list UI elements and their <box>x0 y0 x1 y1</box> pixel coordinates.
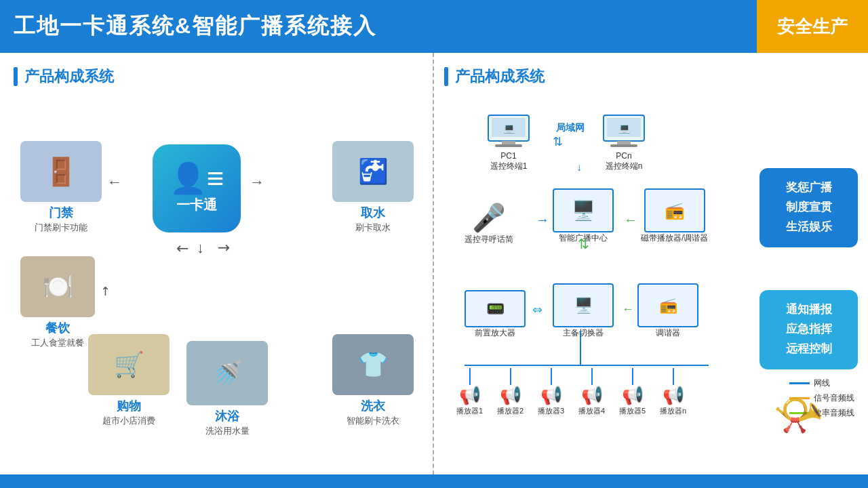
player2-label: 播放器2 <box>497 406 524 416</box>
footer <box>0 474 868 488</box>
legend-net-line <box>789 382 810 384</box>
center-card: 👤≡ 一卡通 <box>153 144 241 232</box>
arrow-center-down: ↓ <box>197 239 204 257</box>
menjin-box: 🚪 门禁 门禁刷卡功能 <box>20 141 102 234</box>
player5-line <box>632 368 633 385</box>
left-section-header: 产品构成系统 <box>14 66 419 87</box>
bath-box: 🚿 沐浴 洗浴用水量 <box>186 341 268 437</box>
svg-text:💻: 💻 <box>503 123 515 134</box>
pc1-device: 💻 PC1 遥控终端1 <box>485 114 532 172</box>
svg-text:💻: 💻 <box>618 123 631 134</box>
arrow-center-down-right: ↘ <box>212 237 233 258</box>
player1-device: 📢 播放器1 <box>456 368 483 416</box>
qushui-box: 🚰 取水 刷卡取水 <box>332 141 414 234</box>
arrow-center-qushui: → <box>250 174 264 191</box>
header: 工地一卡通系统&智能广播系统接入 安全生产 <box>0 0 868 53</box>
left-diagram: 🚪 门禁 门禁刷卡功能 ← 👤≡ 一卡通 → 🚰 取水 刷卡取水 <box>14 100 420 473</box>
line-players-h <box>465 365 709 366</box>
left-header-bar <box>14 67 18 86</box>
canteen-sublabel: 工人食堂就餐 <box>31 337 84 349</box>
player2-line <box>510 368 511 385</box>
header-badge: 安全生产 <box>757 0 868 53</box>
shopping-label: 购物 <box>117 398 141 414</box>
menjin-sublabel: 门禁刷卡功能 <box>35 222 87 234</box>
arrow-bc-vertical: ⇅ <box>578 236 589 252</box>
player4-device: 📢 播放器4 <box>578 368 605 416</box>
pc1-icon: 💻 <box>485 114 532 151</box>
main-switch-label: 主备切换器 <box>563 327 604 339</box>
right-section-header: 产品构成系统 <box>444 66 858 87</box>
playern-line <box>673 368 674 385</box>
laundry-sublabel: 智能刷卡洗衣 <box>347 415 399 427</box>
tape-player-icon: 📻 <box>644 188 705 232</box>
playern-device: 📢 播放器n <box>660 368 686 416</box>
tape-player-label: 磁带播放器/调谐器 <box>641 232 708 244</box>
left-panel: 产品构成系统 🚪 门禁 门禁刷卡功能 ← 👤≡ 一卡通 → <box>0 53 434 488</box>
player3-line <box>551 368 552 385</box>
shopping-sublabel: 超市小店消费 <box>102 415 155 427</box>
remote-mic-device: 🎤 遥控寻呼话简 <box>465 202 513 245</box>
arrow-center-down-left: ↙ <box>172 237 193 258</box>
arrow-tape-bc: ← <box>624 212 637 228</box>
qushui-sublabel: 刷卡取水 <box>355 222 391 234</box>
bath-sublabel: 洗浴用水量 <box>205 425 250 437</box>
player2-device: 📢 播放器2 <box>497 368 524 416</box>
player1-line <box>469 368 471 385</box>
player3-icon: 📢 <box>540 385 562 406</box>
player5-icon: 📢 <box>622 385 644 406</box>
pre-amp-icon: 📟 <box>465 290 526 327</box>
bath-image: 🚿 <box>186 341 268 405</box>
arrow-pc-bc: ↓ <box>576 161 582 174</box>
qushui-image: 🚰 <box>332 141 414 202</box>
svg-rect-8 <box>617 141 631 144</box>
remote-mic-label: 遥控寻呼话简 <box>465 234 513 245</box>
legend-net-label: 网线 <box>814 378 830 389</box>
broadcast-center-icon: 🖥️ <box>553 188 614 232</box>
left-section-title: 产品构成系统 <box>24 66 114 87</box>
menjin-label: 门禁 <box>49 205 73 221</box>
playern-label: 播放器n <box>660 406 686 416</box>
line-switch-players <box>580 331 581 365</box>
qushui-label: 取水 <box>361 205 385 221</box>
tuner-label: 调谐器 <box>656 327 680 339</box>
laundry-box: 👕 洗衣 智能刷卡洗衣 <box>332 334 414 427</box>
bath-label: 沐浴 <box>215 408 239 424</box>
tuner-icon: 📻 <box>637 283 698 327</box>
right-diagram: 💻 PC1 遥控终端1 局域网 ⇅ 💻 PCn 遥控终端n <box>444 100 858 480</box>
arrow-canteen-center: ↗ <box>96 282 114 300</box>
canteen-box: 🍽️ 餐饮 工人食堂就餐 <box>20 256 95 349</box>
shopping-box: 🛒 购物 超市小店消费 <box>88 334 170 427</box>
feature-box-2: 通知播报 应急指挥 远程控制 <box>760 290 858 369</box>
arrow-preamp-switch: ⇔ <box>532 302 542 317</box>
player4-label: 播放器4 <box>578 406 605 416</box>
player1-icon: 📢 <box>459 385 481 406</box>
pcn-device: 💻 PCn 遥控终端n <box>600 114 648 172</box>
pcn-icon: 💻 <box>600 114 648 151</box>
main-switch-icon: 🖥️ <box>553 283 614 327</box>
lan-label: 局域网 <box>556 122 585 134</box>
player3-device: 📢 播放器3 <box>538 368 564 416</box>
svg-rect-4 <box>495 144 522 147</box>
right-header-bar <box>444 67 448 86</box>
main-content: 产品构成系统 🚪 门禁 门禁刷卡功能 ← 👤≡ 一卡通 → <box>0 53 868 488</box>
remote-mic-icon: 🎤 <box>472 202 506 234</box>
laundry-image: 👕 <box>332 334 414 395</box>
laundry-label: 洗衣 <box>361 398 385 414</box>
right-section-title: 产品构成系统 <box>455 66 545 87</box>
pre-amp-device: 📟 前置放大器 <box>465 290 526 339</box>
shopping-image: 🛒 <box>88 334 170 395</box>
svg-rect-9 <box>610 144 637 147</box>
canteen-image: 🍽️ <box>20 256 95 317</box>
player2-icon: 📢 <box>500 385 521 406</box>
pc1-label: PC1 遥控终端1 <box>490 151 528 172</box>
player3-label: 播放器3 <box>538 406 564 416</box>
player1-label: 播放器1 <box>456 406 483 416</box>
canteen-label: 餐饮 <box>45 320 70 336</box>
svg-rect-3 <box>502 141 515 144</box>
feature-box-1: 奖惩广播 制度宣贯 生活娱乐 <box>760 168 858 247</box>
lan-arrow: ⇅ <box>553 134 563 149</box>
player5-label: 播放器5 <box>619 406 646 416</box>
tape-player-device: 📻 磁带播放器/调谐器 <box>641 188 708 244</box>
header-title: 工地一卡通系统&智能广播系统接入 <box>14 12 376 41</box>
menjin-image: 🚪 <box>20 141 102 202</box>
